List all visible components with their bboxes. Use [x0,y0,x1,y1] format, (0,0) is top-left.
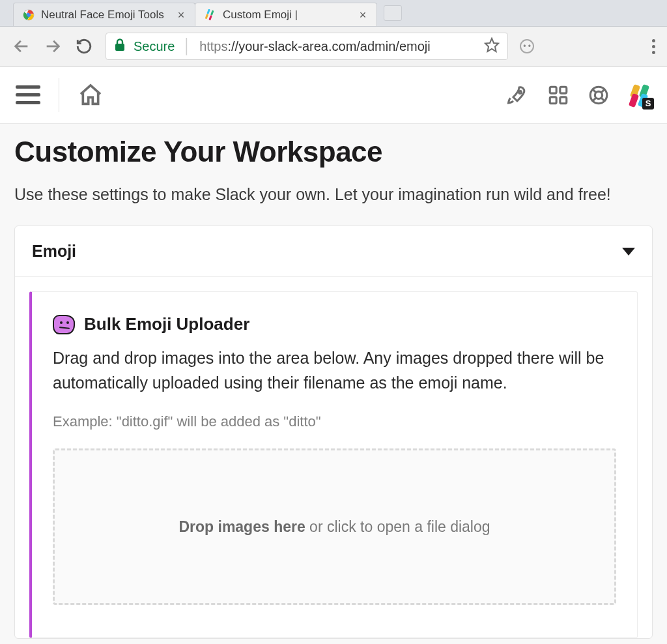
dropzone-label-bold: Drop images here [178,518,305,535]
tab-strip: Neutral Face Emoji Tools × Custom Emoji … [0,0,667,26]
svg-rect-6 [115,44,124,51]
url-text: https://your-slack-area.com/admin/emoji [199,39,476,54]
panel-title: Emoji [32,242,76,261]
content-area: Customize Your Workspace Use these setti… [0,124,667,644]
lock-icon [114,38,126,55]
browser-toolbar: Secure │ https://your-slack-area.com/adm… [0,26,667,66]
address-bar[interactable]: Secure │ https://your-slack-area.com/adm… [106,33,508,60]
dropzone[interactable]: Drop images here or click to open a file… [53,448,616,605]
page-lead: Use these settings to make Slack your ow… [14,183,653,206]
hamburger-menu-button[interactable] [16,85,40,104]
slack-logo-icon[interactable]: S [628,83,651,107]
svg-point-14 [595,91,602,98]
app-bar: S [0,66,667,124]
forward-button[interactable] [43,37,63,56]
help-lifebuoy-icon[interactable] [588,84,610,106]
chevron-down-icon [622,248,635,256]
uploader-example: Example: "ditto.gif" will be added as "d… [53,413,616,430]
back-button[interactable] [12,37,31,56]
reload-button[interactable] [74,37,94,56]
svg-rect-3 [210,10,214,16]
svg-line-18 [601,98,605,102]
extension-neutral-face-icon[interactable]: • • [520,39,534,53]
emoji-panel-header[interactable]: Emoji [15,226,652,277]
apps-grid-icon[interactable] [547,84,569,106]
browser-chrome: Neutral Face Emoji Tools × Custom Emoji … [0,0,667,66]
svg-rect-2 [206,9,210,14]
svg-rect-11 [550,96,556,103]
favicon-slack-icon [205,9,216,21]
uploader-title-row: Bulk Emoji Uploader [53,314,616,334]
svg-line-16 [601,89,605,93]
home-icon[interactable] [78,82,104,108]
separator: │ [182,38,192,55]
bookmark-star-icon[interactable] [484,37,500,56]
ditto-icon [53,315,75,334]
dropzone-label-rest: or click to open a file dialog [305,518,490,535]
browser-tab-active[interactable]: Custom Emoji | × [195,3,377,26]
browser-menu-button[interactable] [652,39,655,54]
rocket-icon[interactable] [505,83,529,107]
secure-label: Secure [134,39,175,54]
close-icon[interactable]: × [177,10,186,20]
svg-marker-7 [485,38,498,51]
svg-rect-12 [560,96,567,103]
svg-point-8 [519,91,522,93]
browser-tab-inactive[interactable]: Neutral Face Emoji Tools × [13,3,195,26]
page-title: Customize Your Workspace [14,136,653,168]
new-tab-button[interactable] [384,5,402,21]
close-icon[interactable]: × [358,10,367,20]
svg-rect-9 [550,87,556,93]
favicon-chrome-icon [23,9,35,21]
tab-title: Custom Emoji | [223,8,352,22]
svg-rect-4 [205,13,209,19]
emoji-panel: Emoji Bulk Emoji Uploader Drag and drop … [14,226,653,639]
tab-title: Neutral Face Emoji Tools [41,8,170,22]
svg-rect-5 [208,15,212,21]
uploader-description: Drag and drop images into the area below… [53,346,616,395]
svg-line-17 [592,98,596,102]
page: S Customize Your Workspace Use these set… [0,66,667,644]
divider [59,78,59,112]
svg-rect-10 [560,87,567,93]
svg-line-15 [592,89,596,93]
uploader-title: Bulk Emoji Uploader [84,314,249,334]
bulk-emoji-uploader: Bulk Emoji Uploader Drag and drop images… [29,291,638,638]
